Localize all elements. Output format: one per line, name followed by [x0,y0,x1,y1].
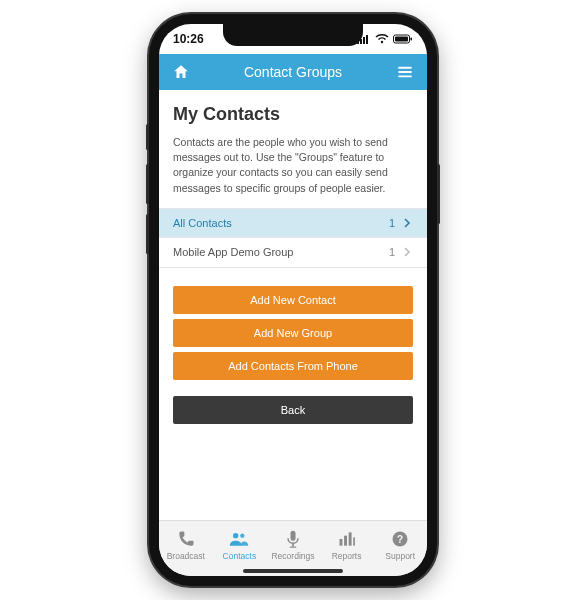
tab-contacts[interactable]: Contacts [213,529,267,561]
wifi-icon [375,34,389,44]
nav-title: Contact Groups [191,64,395,80]
home-icon[interactable] [171,62,191,82]
menu-icon[interactable] [395,62,415,82]
svg-rect-19 [353,537,355,545]
tab-support[interactable]: ? Support [373,529,427,561]
group-row-all-contacts[interactable]: All Contacts 1 [159,208,427,238]
battery-icon [393,34,413,44]
add-new-group-button[interactable]: Add New Group [173,319,413,347]
page-description: Contacts are the people who you wish to … [173,135,413,196]
phone-frame: 10:26 Contact Grou [149,14,437,586]
svg-point-4 [381,41,383,43]
svg-rect-8 [398,67,412,69]
notch [223,24,363,46]
svg-text:?: ? [397,533,403,544]
chevron-right-icon [403,218,413,228]
page-title: My Contacts [173,104,413,125]
svg-rect-7 [411,38,413,41]
group-label: Mobile App Demo Group [173,246,389,258]
help-icon: ? [390,529,410,549]
side-button [146,124,149,150]
mic-icon [283,529,303,549]
side-button [437,164,440,224]
primary-actions: Add New Contact Add New Group Add Contac… [173,286,413,380]
svg-point-11 [233,533,238,538]
svg-rect-18 [348,532,351,545]
group-list: All Contacts 1 Mobile App Demo Group 1 [159,208,427,268]
back-button[interactable]: Back [173,396,413,424]
tab-label: Contacts [223,551,257,561]
add-contacts-from-phone-button[interactable]: Add Contacts From Phone [173,352,413,380]
tab-reports[interactable]: Reports [320,529,374,561]
svg-rect-6 [395,37,408,42]
svg-point-12 [241,533,245,537]
svg-rect-16 [339,539,342,546]
svg-rect-15 [290,546,297,547]
side-button [146,214,149,254]
svg-rect-14 [292,543,294,546]
tab-bar: Broadcast Contacts Recordings [159,520,427,576]
phone-icon [176,529,196,549]
add-new-contact-button[interactable]: Add New Contact [173,286,413,314]
tab-label: Reports [332,551,362,561]
status-time: 10:26 [173,32,204,46]
tab-recordings[interactable]: Recordings [266,529,320,561]
tab-label: Broadcast [167,551,205,561]
svg-rect-17 [344,535,347,545]
side-button [146,164,149,204]
content: My Contacts Contacts are the people who … [159,90,427,424]
group-count: 1 [389,246,395,258]
chevron-right-icon [403,247,413,257]
svg-rect-9 [398,71,412,73]
svg-rect-13 [290,530,295,540]
svg-rect-2 [363,37,365,44]
tab-label: Recordings [271,551,314,561]
tab-label: Support [385,551,415,561]
screen: 10:26 Contact Grou [159,24,427,576]
svg-rect-3 [366,35,368,44]
barchart-icon [337,529,357,549]
group-label: All Contacts [173,217,389,229]
group-count: 1 [389,217,395,229]
tab-broadcast[interactable]: Broadcast [159,529,213,561]
group-row-demo-group[interactable]: Mobile App Demo Group 1 [159,238,427,268]
home-indicator [243,569,343,573]
svg-rect-10 [398,75,412,77]
people-icon [229,529,249,549]
nav-bar: Contact Groups [159,54,427,90]
